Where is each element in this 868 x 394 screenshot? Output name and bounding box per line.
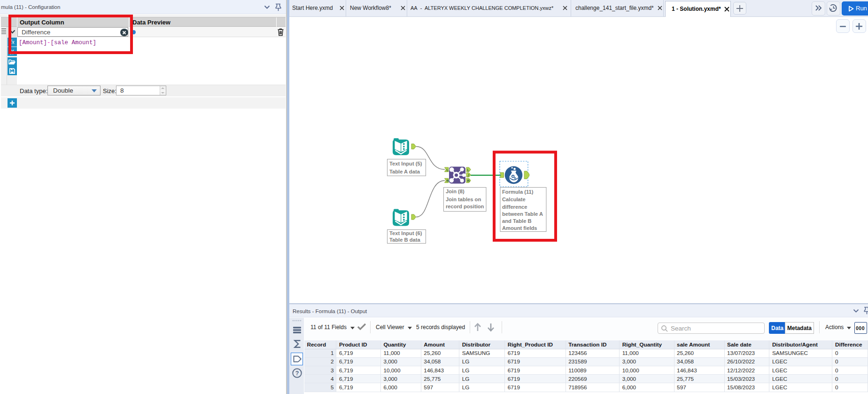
- svg-text:Formula (11): Formula (11): [502, 189, 534, 195]
- svg-text:record position: record position: [446, 204, 484, 209]
- svg-text:between Table A: between Table A: [502, 211, 543, 217]
- svg-text:Calculate: Calculate: [502, 197, 526, 202]
- svg-text:Table A data: Table A data: [389, 169, 420, 174]
- svg-text:L: L: [447, 168, 449, 172]
- svg-text:Amount fields: Amount fields: [502, 225, 537, 231]
- svg-text:and Table B: and Table B: [502, 218, 532, 224]
- svg-text:difference: difference: [502, 204, 527, 210]
- svg-text:R: R: [467, 179, 470, 183]
- svg-text:Table B data: Table B data: [389, 237, 420, 243]
- svg-text:J: J: [467, 173, 469, 177]
- svg-text:Text Input (5): Text Input (5): [389, 161, 422, 166]
- svg-text:L: L: [467, 168, 470, 172]
- svg-text:R: R: [447, 179, 450, 183]
- svg-text:?: ?: [295, 370, 299, 377]
- svg-text:Join tables on: Join tables on: [446, 197, 481, 202]
- svg-text:Text Input (6): Text Input (6): [389, 230, 422, 236]
- svg-text:Join (8): Join (8): [446, 189, 465, 194]
